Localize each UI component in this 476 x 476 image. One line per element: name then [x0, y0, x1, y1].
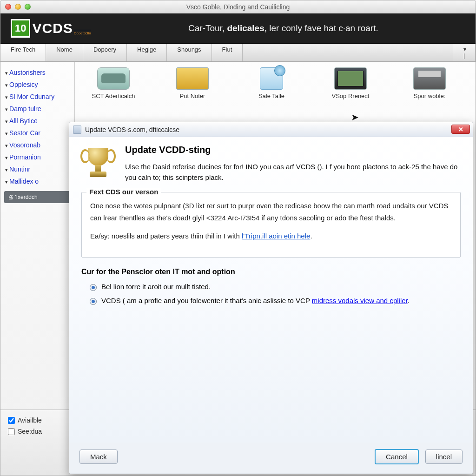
- dialog-body: Update VCDD-sting Ulse the Dasid referis…: [69, 137, 473, 443]
- option-2-link[interactable]: midress vodals view and cpliler: [312, 297, 408, 304]
- tool-vsop[interactable]: VSop Rrenect: [320, 67, 381, 99]
- logo-subtext: Ccoetticlin: [74, 30, 91, 35]
- sidebar-item[interactable]: Sl Mor Cdunary: [4, 91, 71, 103]
- dialog-close-button[interactable]: [451, 125, 470, 134]
- sidebar-item[interactable]: Nuntinr: [4, 163, 71, 175]
- options-heading: Cur for the Pensclor oten IT mot and opt…: [81, 268, 461, 276]
- sidebar-item[interactable]: Damp tulre: [4, 103, 71, 115]
- sidebar-item[interactable]: Mallidex o: [4, 175, 71, 187]
- sidebar-item[interactable]: Pormanion: [4, 151, 71, 163]
- tab-flut[interactable]: Flut: [212, 44, 243, 61]
- trophy-icon: [81, 145, 115, 184]
- cancel-button[interactable]: Cancel: [375, 449, 419, 464]
- sidebar-item[interactable]: Opplesicy: [4, 79, 71, 91]
- option-1-label: Bel lion torre it aroit our mullt tisted…: [101, 283, 211, 291]
- tabstrip: Fire Tech Nome Dopoery Hegige Shoungs Fl…: [0, 44, 476, 62]
- sidebar-item[interactable]: Sestor Car: [4, 127, 71, 139]
- folder-icon: [176, 67, 209, 90]
- printer-icon: [413, 67, 446, 90]
- back-button[interactable]: Mack: [79, 450, 118, 464]
- checkbox-icon[interactable]: [8, 428, 15, 435]
- dialog-footer: Mack Cancel lincel: [69, 443, 473, 474]
- group-paragraph-2: Ea/sy: noeslils and paters years thiin t…: [90, 230, 452, 242]
- tab-dopoery[interactable]: Dopoery: [83, 44, 127, 61]
- zoom-window-icon[interactable]: [25, 4, 31, 10]
- document-icon: [260, 67, 283, 90]
- dialog-title-text: Update VCDS-s.com, dfticcalcse: [85, 126, 179, 133]
- option-2[interactable]: VCDS ( am a profie and you folewenter it…: [81, 297, 461, 305]
- titlebar: Vsco Goble, Dloding and Cauilicling: [0, 0, 476, 13]
- tool-sct[interactable]: SCT Aderticalch: [83, 67, 144, 99]
- next-button[interactable]: lincel: [425, 450, 463, 464]
- tool-spor[interactable]: Spor woble:: [399, 67, 460, 99]
- car-icon: [97, 67, 130, 90]
- help-link[interactable]: l'Tripn.ill aoin etin hele: [242, 232, 310, 240]
- banner: 10 VCDS Ccoetticlin Car-Tour, delicales,…: [0, 13, 476, 44]
- options-section: Cur for the Pensclor oten IT mot and opt…: [81, 268, 461, 305]
- dialog-header-text: Update VCDD-sting Ulse the Dasid referis…: [125, 145, 461, 183]
- tab-hegige[interactable]: Hegige: [127, 44, 167, 61]
- sidebar-item[interactable]: Alll Bytice: [4, 115, 71, 127]
- tab-fire-tech[interactable]: Fire Tech: [0, 44, 46, 61]
- dialog-intro: Ulse the Dasid referise ducines for for!…: [125, 162, 461, 183]
- dialog-heading: Update VCDD-sting: [125, 145, 461, 155]
- checkbox-icon[interactable]: [8, 417, 15, 424]
- dialog-header: Update VCDD-sting Ulse the Dasid referis…: [81, 145, 461, 184]
- device-icon: [334, 67, 367, 90]
- group-paragraph-1: One nose the wotes pulpnant (3D lixt rer…: [90, 200, 452, 224]
- traffic-lights: [5, 4, 31, 10]
- tab-nome[interactable]: Nome: [46, 44, 83, 61]
- update-dialog: Update VCDS-s.com, dfticcalcse Update VC…: [69, 122, 473, 474]
- tab-overflow-dropdown[interactable]: ▾ |: [453, 44, 476, 61]
- logo-text: VCDS: [32, 20, 73, 36]
- minimize-window-icon[interactable]: [15, 4, 21, 10]
- groupbox-legend: Fext CDS our verson: [86, 188, 161, 196]
- tagline: Car-Tour, delicales, ler conly fave hat …: [101, 23, 465, 33]
- tool-put-noter[interactable]: Put Noter: [162, 67, 223, 99]
- toolbar-row: SCT Aderticalch Put Noter Sale Talle VSo…: [83, 67, 467, 99]
- window-title: Vsco Goble, Dloding and Cauilicling: [0, 3, 476, 11]
- logo-badge: 10: [11, 19, 30, 38]
- sidebar-item[interactable]: Austorishers: [4, 66, 71, 79]
- app-logo: 10 VCDS Ccoetticlin: [11, 19, 91, 38]
- radio-icon[interactable]: [90, 298, 97, 305]
- close-window-icon[interactable]: [5, 4, 11, 10]
- sidebar-device-card[interactable]: 'Ixerddch: [4, 191, 71, 203]
- tool-sale-talle[interactable]: Sale Talle: [241, 67, 302, 99]
- dialog-titlebar: Update VCDS-s.com, dfticcalcse: [69, 122, 473, 137]
- option-2-label: VCDS ( am a profie and you folewenter it…: [101, 297, 410, 304]
- radio-icon[interactable]: [90, 284, 97, 291]
- tab-shoungs[interactable]: Shoungs: [167, 44, 212, 61]
- sidebar-item[interactable]: Vosoronab: [4, 139, 71, 151]
- option-1[interactable]: Bel lion torre it aroit our mullt tisted…: [81, 283, 461, 291]
- dialog-app-icon: [73, 126, 81, 134]
- version-groupbox: Fext CDS our verson One nose the wotes p…: [81, 192, 461, 258]
